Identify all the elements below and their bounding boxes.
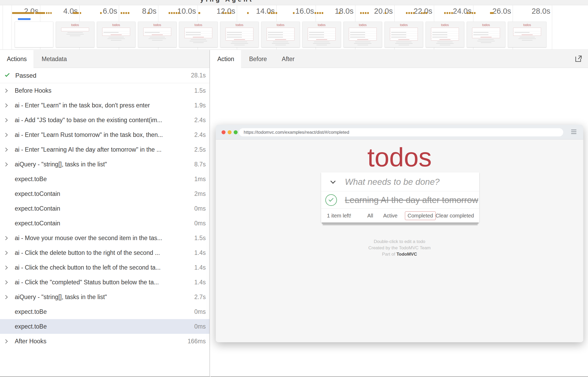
snapshot-tabbar: Action Before After — [210, 50, 588, 68]
filmstrip-thumbnail[interactable]: todos — [179, 22, 218, 47]
thumbnail-credit-line — [478, 39, 494, 40]
chevron-right-icon[interactable] — [4, 280, 8, 284]
action-list-item[interactable]: ai - Click the check button to the left … — [0, 260, 209, 275]
action-list-item[interactable]: ai - Add "JS today" to base on the exist… — [0, 113, 209, 127]
thumbnail-credit-line — [149, 38, 166, 39]
action-list-item[interactable]: aiQuery - "string[], tasks in the list"2… — [0, 290, 209, 304]
trace-timeline[interactable]: 2.0s4.0s6.0s8.0s10.0s12.0s14.0s16.0s18.0… — [0, 5, 588, 50]
thumbnail-app-card — [102, 28, 130, 36]
action-list-item[interactable]: expect.toBe0ms — [0, 304, 209, 319]
action-list-item[interactable]: expect.toContain2ms — [0, 186, 209, 201]
action-list-item[interactable]: ai - Move your mouse over the second ite… — [0, 231, 209, 245]
tab-before[interactable]: Before — [242, 50, 274, 68]
action-list-item[interactable]: ai - Enter "Learn" in the task box, don'… — [0, 98, 209, 113]
filter-all[interactable]: All — [365, 211, 376, 220]
passed-check-icon — [4, 72, 11, 79]
chevron-right-icon[interactable] — [4, 162, 8, 166]
toggle-all-chevron-icon[interactable] — [321, 181, 345, 183]
action-duration: 1ms — [194, 176, 206, 183]
action-label: After Hooks — [15, 338, 188, 345]
chevron-right-icon[interactable] — [4, 265, 8, 270]
timeline-tick-label: 12.0s — [217, 7, 235, 16]
actions-panel: Actions Metadata Passed 28.1s Before Hoo… — [0, 50, 210, 377]
action-time-mark — [467, 12, 468, 14]
action-time-mark — [48, 12, 50, 14]
action-list-item[interactable]: aiQuery - "string[], tasks in the list"8… — [0, 157, 209, 172]
thumbnail-input-box — [185, 28, 212, 31]
chevron-right-icon[interactable] — [4, 88, 8, 93]
chevron-right-icon[interactable] — [4, 236, 8, 240]
chevron-right-icon[interactable] — [4, 118, 8, 122]
action-list-item[interactable]: ai - Enter "Learning AI the day after to… — [0, 142, 209, 157]
filter-completed[interactable]: Completed — [405, 211, 436, 220]
selected-action-time-bar — [18, 18, 31, 20]
thumbnail-input-box — [472, 28, 500, 31]
thumbnail-todo-row — [226, 36, 253, 38]
filter-active[interactable]: Active — [381, 211, 400, 220]
filmstrip-thumbnail[interactable]: todos — [97, 22, 135, 47]
thumbnail-credit-line — [477, 41, 495, 41]
filmstrip-thumbnail[interactable]: todos — [56, 22, 94, 47]
action-list-item[interactable]: ai - Click the delete button to the righ… — [0, 245, 209, 260]
action-list-item[interactable]: Before Hooks1.5s — [0, 83, 209, 98]
tab-actions[interactable]: Actions — [0, 50, 33, 68]
filmstrip-thumbnail[interactable]: todos — [220, 22, 259, 47]
chevron-right-icon[interactable] — [4, 133, 8, 137]
action-time-mark — [423, 12, 425, 14]
filmstrip-thumbnail[interactable]: todos — [138, 22, 177, 47]
action-list-item[interactable]: expect.toBe0ms — [0, 319, 209, 334]
action-time-mark — [408, 12, 410, 14]
action-list-item[interactable]: ai - Click the "completed" Status button… — [0, 275, 209, 290]
thumbnail-credit-line — [314, 42, 329, 42]
action-label: expect.toBe — [15, 176, 194, 183]
filmstrip-thumbnail[interactable]: todos — [467, 22, 505, 47]
chevron-right-icon[interactable] — [4, 147, 8, 152]
thumbnail-input-box — [267, 28, 295, 31]
filmstrip-thumbnail[interactable]: todos — [508, 22, 546, 47]
thumbnail-credit-line — [193, 42, 204, 43]
action-label: expect.toContain — [15, 220, 194, 227]
chevron-right-icon[interactable] — [4, 295, 8, 299]
todomvc-credits: Double-click to edit a todo Created by t… — [216, 239, 583, 257]
new-todo-input[interactable]: What needs to be done? — [345, 177, 479, 187]
thumbnail-todo-row — [308, 31, 336, 33]
action-duration: 1.4s — [194, 249, 206, 256]
browser-menu-icon[interactable] — [571, 130, 576, 135]
address-bar[interactable]: https://todomvc.com/examples/react/dist/… — [239, 128, 563, 136]
action-label: ai - Click the check button to the left … — [15, 264, 194, 271]
action-time-mark — [472, 12, 473, 14]
filmstrip-thumbnail[interactable]: todos — [261, 22, 300, 47]
action-list-item[interactable]: expect.toContain0ms — [0, 201, 209, 216]
filmstrip-thumbnail[interactable] — [15, 22, 53, 47]
tab-action[interactable]: Action — [210, 50, 241, 68]
thumbnail-credit-line — [191, 39, 206, 40]
todo-checked-icon[interactable] — [325, 194, 337, 206]
action-duration: 1.4s — [194, 264, 206, 271]
thumbnail-todo-row — [267, 31, 295, 33]
todo-item-text[interactable]: Learning AI the day after tomorrow — [345, 195, 478, 205]
thumbnail-credit-line — [107, 38, 125, 39]
timeline-tick-label: 2.0s — [24, 7, 38, 16]
tab-after[interactable]: After — [275, 50, 302, 68]
chevron-right-icon[interactable] — [4, 339, 8, 343]
action-list-item[interactable]: After Hooks166ms — [0, 334, 209, 349]
action-list-item[interactable]: ai - Enter "Learn Rust tomorrow" in the … — [0, 127, 209, 142]
thumbnail-app-card — [513, 28, 541, 36]
filmstrip-thumbnail[interactable]: todos — [426, 22, 464, 47]
thumbnail-credit-line — [357, 45, 368, 45]
clear-completed-button[interactable]: Clear completed — [435, 213, 474, 219]
actions-tabbar: Actions Metadata — [0, 50, 209, 68]
chevron-right-icon[interactable] — [4, 103, 8, 107]
action-time-mark — [293, 12, 295, 14]
filmstrip-thumbnail[interactable]: todos — [302, 22, 341, 47]
chevron-right-icon[interactable] — [4, 251, 8, 255]
action-list-item[interactable]: expect.toBe1ms — [0, 172, 209, 186]
thumbnail-todo-row — [472, 31, 500, 33]
filmstrip-thumbnail[interactable]: todos — [385, 22, 423, 47]
filmstrip-thumbnail[interactable]: todos — [344, 22, 382, 47]
thumbnail-footer-bar — [513, 33, 541, 36]
open-external-icon[interactable] — [574, 54, 583, 63]
tab-metadata[interactable]: Metadata — [35, 50, 74, 68]
action-list-item[interactable]: expect.toContain0ms — [0, 216, 209, 231]
action-time-mark — [198, 12, 200, 14]
